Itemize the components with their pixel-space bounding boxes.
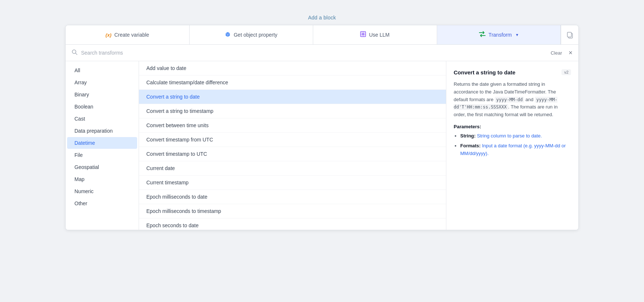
transform-item-convert-string-to-date[interactable]: Convert a string to date: [139, 90, 446, 104]
svg-rect-8: [567, 32, 571, 37]
category-item-binary[interactable]: Binary: [67, 89, 137, 100]
svg-line-10: [76, 53, 77, 55]
transform-item-current-timestamp[interactable]: Current timestamp: [139, 176, 446, 190]
category-item-map[interactable]: Map: [67, 173, 137, 185]
detail-panel: Convert a string to date v2 Returns the …: [446, 61, 578, 230]
add-block-label: Add a block: [308, 15, 336, 21]
close-button[interactable]: ×: [568, 49, 572, 56]
transform-icon: [479, 31, 486, 38]
category-item-geospatial[interactable]: Geospatial: [67, 161, 137, 173]
transform-item-calculate-timestamp-date-difference[interactable]: Calculate timestamp/date difference: [139, 76, 446, 90]
transform-item-add-value-to-date[interactable]: Add value to date: [139, 61, 446, 76]
transform-item-epoch-milliseconds-to-timestamp[interactable]: Epoch milliseconds to timestamp: [139, 204, 446, 218]
search-bar: Clear ×: [66, 45, 578, 61]
transform-item-current-date[interactable]: Current date: [139, 161, 446, 176]
search-input[interactable]: [81, 50, 547, 56]
category-item-other[interactable]: Other: [67, 198, 137, 209]
transform-item-epoch-milliseconds-to-date[interactable]: Epoch milliseconds to date: [139, 190, 446, 204]
param-item: String: String column to parse to date.: [460, 132, 571, 140]
detail-description: Returns the date given a formatted strin…: [454, 81, 571, 119]
search-icon: [72, 49, 77, 56]
tab-create-variable-label: Create variable: [114, 32, 149, 38]
category-item-cast[interactable]: Cast: [67, 113, 137, 125]
category-item-numeric[interactable]: Numeric: [67, 185, 137, 197]
tab-transform-label: Transform: [489, 32, 512, 38]
main-panel: (x) Create variable Get object property: [65, 25, 579, 230]
category-item-boolean[interactable]: Boolean: [67, 101, 137, 113]
param-list: String: String column to parse to date.F…: [454, 132, 571, 157]
clear-button[interactable]: Clear: [550, 50, 562, 56]
tab-create-variable[interactable]: (x) Create variable: [66, 25, 190, 44]
categories-panel: AllArrayBinaryBooleanCastData preparatio…: [66, 61, 139, 230]
param-item: Formats: Input a date format (e.g. yyyy-…: [460, 142, 571, 158]
tab-bar: (x) Create variable Get object property: [66, 25, 578, 45]
category-item-array[interactable]: Array: [67, 77, 137, 88]
version-badge: v2: [561, 69, 571, 75]
params-title: Parameters:: [454, 124, 571, 129]
transform-list: Add value to dateCalculate timestamp/dat…: [139, 61, 446, 230]
tab-use-llm[interactable]: Use LLM: [313, 25, 437, 44]
transform-item-convert-timestamp-to-utc[interactable]: Convert timestamp to UTC: [139, 147, 446, 161]
copy-button[interactable]: [561, 25, 578, 44]
transform-item-convert-timestamp-from-utc[interactable]: Convert timestamp from UTC: [139, 133, 446, 147]
tab-transform[interactable]: Transform ▾: [437, 25, 561, 44]
create-variable-icon: (x): [106, 32, 111, 38]
tab-get-object-property[interactable]: Get object property: [190, 25, 314, 44]
tab-use-llm-label: Use LLM: [369, 32, 389, 38]
category-item-data-preparation[interactable]: Data preparation: [67, 125, 137, 137]
detail-title: Convert a string to date: [454, 69, 515, 76]
tab-get-object-property-label: Get object property: [234, 32, 277, 38]
category-item-datetime[interactable]: Datetime: [67, 137, 137, 149]
transform-item-convert-between-time-units[interactable]: Convert between time units: [139, 118, 446, 133]
transform-item-convert-string-to-timestamp[interactable]: Convert a string to timestamp: [139, 104, 446, 118]
get-object-property-icon: [225, 32, 231, 38]
chevron-down-icon: ▾: [516, 32, 518, 37]
content-area: AllArrayBinaryBooleanCastData preparatio…: [66, 61, 578, 230]
category-item-file[interactable]: File: [67, 149, 137, 161]
transform-item-epoch-seconds-to-date[interactable]: Epoch seconds to date: [139, 218, 446, 230]
use-llm-icon: [360, 31, 366, 38]
category-item-all[interactable]: All: [67, 65, 137, 76]
